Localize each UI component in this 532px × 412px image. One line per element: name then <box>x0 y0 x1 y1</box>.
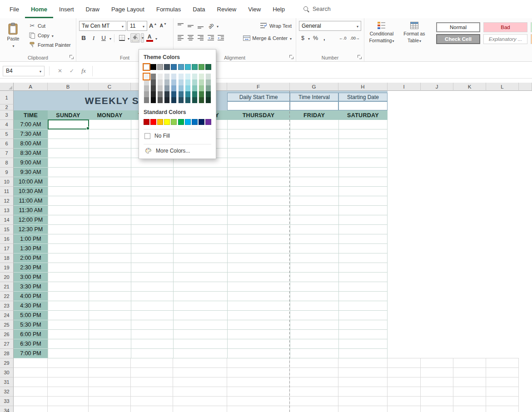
copy-button[interactable]: Copy <box>27 30 72 40</box>
time-cell-13[interactable]: 11:30 AM <box>14 206 48 215</box>
time-cell-12[interactable]: 11:00 AM <box>14 196 48 206</box>
time-cell-10[interactable]: 10:00 AM <box>14 177 48 187</box>
cell-style-check-cell[interactable]: Check Cell <box>436 34 480 44</box>
standard-color-swatch-3[interactable] <box>157 119 163 125</box>
theme-variant-swatch-3-4[interactable] <box>157 91 163 97</box>
increase-indent-button[interactable] <box>216 33 225 43</box>
theme-color-swatch-1[interactable] <box>144 64 149 70</box>
theme-color-swatch-3[interactable] <box>157 64 163 70</box>
ribbon-tab-review[interactable]: Review <box>211 0 243 18</box>
column-header-H[interactable]: H <box>338 83 388 91</box>
borders-dropdown-arrow[interactable] <box>127 35 129 41</box>
format-as-table-button[interactable]: Format as Table <box>400 21 429 43</box>
day-header-time[interactable]: TIME <box>14 110 48 120</box>
theme-variant-swatch-3-2[interactable] <box>157 79 163 85</box>
row-header-22[interactable]: 22 <box>0 292 14 301</box>
column-header-J[interactable]: J <box>421 83 453 91</box>
day-header-saturday[interactable]: SATURDAY <box>338 110 388 120</box>
ribbon-tab-help[interactable]: Help <box>267 0 291 18</box>
merge-center-button[interactable]: Merge & Center <box>242 33 293 43</box>
theme-color-swatch-2[interactable] <box>150 64 156 70</box>
row-header-12[interactable]: 12 <box>0 196 14 206</box>
column-header-L[interactable]: L <box>486 83 519 91</box>
theme-variant-swatch-2-3[interactable] <box>150 85 156 91</box>
row-header-25[interactable]: 25 <box>0 320 14 330</box>
theme-variant-swatch-4-3[interactable] <box>164 85 170 91</box>
theme-variant-swatch-1-5[interactable] <box>144 97 149 103</box>
ribbon-tab-page-layout[interactable]: Page Layout <box>105 0 150 18</box>
search-box[interactable]: Search <box>301 4 333 14</box>
theme-variant-swatch-10-2[interactable] <box>205 79 211 85</box>
cut-button[interactable]: Cut <box>27 21 72 30</box>
time-cell-18[interactable]: 2:00 PM <box>14 253 48 263</box>
name-box[interactable]: B4 <box>3 66 45 76</box>
insert-function-icon[interactable]: fx <box>78 67 89 74</box>
theme-variant-swatch-10-4[interactable] <box>205 91 211 97</box>
theme-variant-swatch-2-1[interactable] <box>150 74 156 79</box>
cell-style-bad[interactable]: Bad <box>483 22 527 32</box>
time-cell-21[interactable]: 3:30 PM <box>14 282 48 292</box>
row-header-17[interactable]: 17 <box>0 244 14 253</box>
time-cell-15[interactable]: 12:30 PM <box>14 225 48 234</box>
time-cell-6[interactable]: 8:00 AM <box>14 139 48 149</box>
align-right-button[interactable] <box>196 33 205 43</box>
row-header-1[interactable]: 1 <box>0 91 14 104</box>
row-header-19[interactable]: 19 <box>0 263 14 273</box>
row-header-10[interactable]: 10 <box>0 177 14 187</box>
standard-color-swatch-5[interactable] <box>171 119 177 125</box>
more-colors-option[interactable]: More Colors... <box>144 144 211 155</box>
theme-variant-swatch-4-2[interactable] <box>164 79 170 85</box>
standard-color-swatch-2[interactable] <box>150 119 156 125</box>
row-header-15[interactable]: 15 <box>0 225 14 234</box>
cell-style-explanatory[interactable]: Explanatory ... <box>483 34 527 44</box>
number-dialog-launcher[interactable] <box>358 55 362 60</box>
theme-color-swatch-9[interactable] <box>199 64 204 70</box>
row-header-20[interactable]: 20 <box>0 273 14 282</box>
theme-variant-swatch-7-4[interactable] <box>185 91 191 97</box>
theme-color-swatch-7[interactable] <box>185 64 191 70</box>
align-center-button[interactable] <box>186 33 195 43</box>
no-fill-option[interactable]: No Fill <box>144 129 211 140</box>
time-cell-26[interactable]: 6:00 PM <box>14 330 48 339</box>
row-header-3[interactable]: 3 <box>0 110 14 120</box>
row-header-30[interactable]: 30 <box>0 368 14 377</box>
underline-button[interactable]: U <box>99 33 108 43</box>
active-cell-b4[interactable] <box>48 119 89 129</box>
day-header-sunday[interactable]: SUNDAY <box>48 110 89 120</box>
row-header-14[interactable]: 14 <box>0 215 14 225</box>
row-header-5[interactable]: 5 <box>0 129 14 139</box>
row-header-31[interactable]: 31 <box>0 377 14 387</box>
column-header-C[interactable]: C <box>89 83 131 91</box>
row-header-27[interactable]: 27 <box>0 339 14 349</box>
theme-variant-swatch-8-3[interactable] <box>192 85 198 91</box>
theme-variant-swatch-5-3[interactable] <box>171 85 177 91</box>
info-input-h[interactable] <box>338 101 388 110</box>
time-cell-27[interactable]: 6:30 PM <box>14 339 48 349</box>
percent-button[interactable]: % <box>311 35 320 41</box>
theme-variant-swatch-4-5[interactable] <box>164 97 170 103</box>
fill-color-button[interactable] <box>130 33 140 43</box>
theme-variant-swatch-2-5[interactable] <box>150 97 156 103</box>
row-header-2[interactable]: 2 <box>0 104 14 110</box>
fill-color-dropdown-arrow[interactable] <box>141 33 144 43</box>
increase-font-size-button[interactable]: A▲ <box>148 21 158 30</box>
theme-variant-swatch-6-2[interactable] <box>178 79 184 85</box>
day-header-monday[interactable]: MONDAY <box>89 110 131 120</box>
standard-color-swatch-9[interactable] <box>199 119 204 125</box>
time-cell-8[interactable]: 9:00 AM <box>14 158 48 168</box>
ribbon-tab-file[interactable]: File <box>4 0 25 18</box>
theme-variant-swatch-8-1[interactable] <box>192 74 198 79</box>
conditional-formatting-button[interactable]: Conditional Formatting <box>367 21 396 43</box>
row-header-33[interactable]: 33 <box>0 397 14 406</box>
decrease-decimal-button[interactable]: .00→ <box>348 36 361 40</box>
row-header-32[interactable]: 32 <box>0 387 14 397</box>
time-cell-24[interactable]: 5:00 PM <box>14 311 48 320</box>
ribbon-tab-insert[interactable]: Insert <box>53 0 80 18</box>
align-bottom-button[interactable] <box>196 21 205 30</box>
comma-button[interactable]: , <box>321 35 327 41</box>
orientation-dropdown-arrow[interactable] <box>216 23 219 29</box>
align-middle-button[interactable] <box>186 21 195 30</box>
merge-center-dropdown-arrow[interactable] <box>289 35 292 41</box>
ribbon-tab-view[interactable]: View <box>242 0 267 18</box>
font-name-select[interactable]: Tw Cen MT <box>79 21 126 31</box>
